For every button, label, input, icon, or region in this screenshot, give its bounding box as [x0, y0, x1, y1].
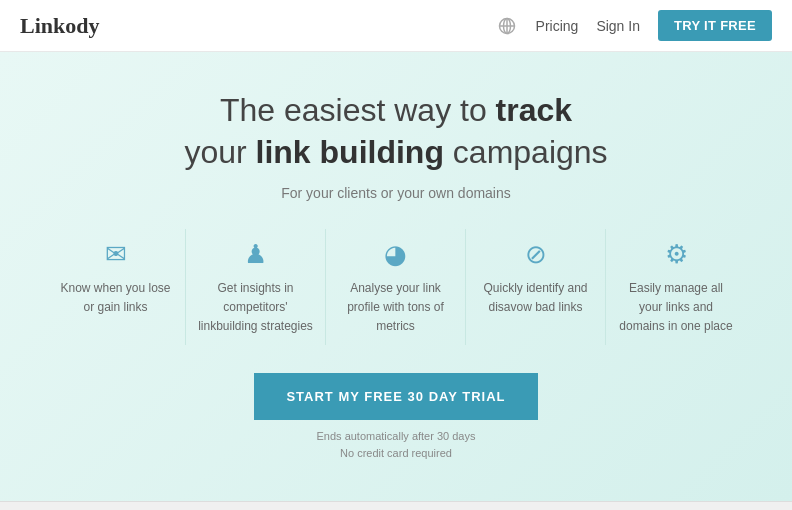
feature-item-4: ⊘ Quickly identify and disavow bad links: [466, 229, 606, 344]
features-row: ✉ Know when you lose or gain links ♟ Get…: [20, 229, 772, 344]
email-icon: ✉: [58, 239, 173, 270]
try-free-button[interactable]: TRY IT FREE: [658, 10, 772, 41]
pricing-link[interactable]: Pricing: [536, 18, 579, 34]
hero-section: The easiest way to track your link build…: [0, 52, 792, 501]
feature-text-1: Know when you lose or gain links: [60, 281, 170, 314]
chart-icon: ◕: [338, 239, 453, 270]
navbar: Linkody Pricing Sign In TRY IT FREE: [0, 0, 792, 52]
footer-strip: L Linkody The Easiest Way To Track Your …: [0, 501, 792, 510]
signin-link[interactable]: Sign In: [596, 18, 640, 34]
feature-text-3: Analyse your link profile with tons of m…: [347, 281, 444, 333]
cta-note: Ends automatically after 30 days No cred…: [20, 428, 772, 463]
hero-title: The easiest way to track your link build…: [20, 90, 772, 173]
site-logo: Linkody: [20, 13, 100, 39]
globe-icon: [496, 15, 518, 37]
navbar-right: Pricing Sign In TRY IT FREE: [496, 10, 772, 41]
cta-area: START MY FREE 30 DAY TRIAL Ends automati…: [20, 373, 772, 463]
feature-item-5: ⚙ Easily manage all your links and domai…: [606, 229, 746, 344]
feature-text-2: Get insights in competitors' linkbuildin…: [198, 281, 313, 333]
feature-item-3: ◕ Analyse your link profile with tons of…: [326, 229, 466, 344]
feature-text-5: Easily manage all your links and domains…: [619, 281, 732, 333]
hero-subtitle: For your clients or your own domains: [20, 185, 772, 201]
gear-icon: ⚙: [618, 239, 734, 270]
feature-item-2: ♟ Get insights in competitors' linkbuild…: [186, 229, 326, 344]
feature-item-1: ✉ Know when you lose or gain links: [46, 229, 186, 344]
block-icon: ⊘: [478, 239, 593, 270]
feature-text-4: Quickly identify and disavow bad links: [483, 281, 587, 314]
chess-icon: ♟: [198, 239, 313, 270]
start-trial-button[interactable]: START MY FREE 30 DAY TRIAL: [254, 373, 537, 420]
